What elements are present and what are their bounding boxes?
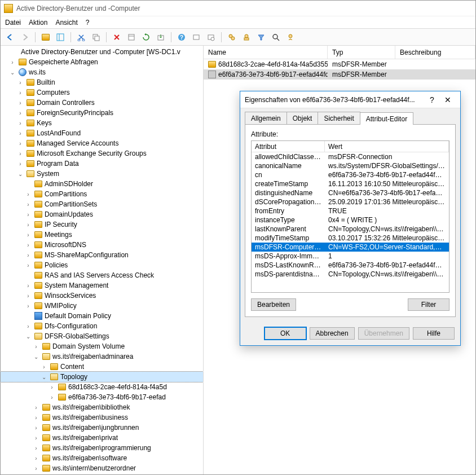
tree-ipsec[interactable]: ›IP Security: [1, 219, 203, 230]
tree-computers[interactable]: ›Computers: [1, 87, 203, 98]
tree-fsp[interactable]: ›ForeignSecurityPrincipals: [1, 108, 203, 118]
attr-row[interactable]: instanceType0x4 = ( WRITE ): [252, 215, 449, 225]
tree-winsock[interactable]: ›WinsockServices: [1, 291, 203, 301]
attr-row[interactable]: msDS-LastKnownRDNe6f6a736-3e73-4bf6-9b17…: [252, 261, 449, 270]
tab-objekt[interactable]: Objekt: [287, 112, 319, 124]
tree-adminsd[interactable]: AdminSDHolder: [1, 179, 203, 189]
help-button[interactable]: ?: [175, 31, 188, 43]
bearbeiten-button[interactable]: Bearbeiten: [251, 298, 296, 311]
toolbar-button[interactable]: [190, 31, 202, 43]
attr-row[interactable]: dSCorePropagationD...25.09.2019 17:01:36…: [252, 197, 449, 206]
attr-body[interactable]: allowedChildClassesE...msDFSR-Connection…: [252, 152, 449, 292]
attr-row[interactable]: msDFSR-ComputerR...CN=WS-FS2,OU=Server-S…: [252, 243, 449, 252]
tree-share-benutzerordner[interactable]: ›ws.its\intern\benutzerordner: [1, 463, 203, 473]
abbrechen-button[interactable]: Abbrechen: [310, 327, 355, 340]
attr-row[interactable]: modifyTimeStamp03.10.2017 15:32:26 Mitte…: [252, 234, 449, 243]
ok-button[interactable]: OK: [265, 327, 306, 340]
tree-domup[interactable]: ›DomainUpdates: [1, 209, 203, 219]
attribute-list[interactable]: Attribut Wert allowedChildClassesE...msD…: [251, 140, 449, 293]
tree-root[interactable]: Active Directory-Benutzer und -Computer …: [1, 47, 203, 57]
tree-guid1[interactable]: ›68d168c3-2cae-4efd-814a-f4a5d: [1, 382, 203, 392]
tree-comparts[interactable]: ›ComPartitions: [1, 189, 203, 199]
attr-row[interactable]: allowedChildClassesE...msDFSR-Connection: [252, 152, 449, 161]
hilfe-button[interactable]: Hilfe: [413, 327, 455, 340]
tree-builtin[interactable]: ›Builtin: [1, 77, 203, 87]
menu-datei[interactable]: Datei: [5, 19, 21, 27]
menu-help[interactable]: ?: [86, 19, 90, 27]
tree-compartsets[interactable]: ›ComPartitionSets: [1, 199, 203, 209]
tree-laf[interactable]: ›LostAndFound: [1, 128, 203, 138]
tree-share-jungbrunnen[interactable]: ›ws.its\freigaben\jungbrunnen: [1, 423, 203, 433]
attr-col-attribut[interactable]: Attribut: [252, 141, 325, 152]
refresh-button[interactable]: [140, 31, 152, 43]
tab-allgemein[interactable]: Allgemein: [245, 112, 287, 124]
tree-saved-queries[interactable]: ›Gespeicherte Abfragen: [1, 57, 203, 67]
attr-row[interactable]: lastKnownParentCN=Topology,CN=ws.its\\fr…: [252, 225, 449, 234]
attr-row[interactable]: createTimeStamp16.11.2013 16:10:50 Mitte…: [252, 179, 449, 188]
export-button[interactable]: [155, 31, 167, 43]
nav-forward-button[interactable]: [19, 31, 31, 43]
tree-mesg[interactable]: ›Microsoft Exchange Security Groups: [1, 148, 203, 159]
cut-button[interactable]: [75, 31, 87, 43]
show-tree-button[interactable]: [54, 31, 67, 43]
toolbar-button[interactable]: [205, 31, 217, 43]
tree-share-programmierung[interactable]: ›ws.its\freigaben\programmierung: [1, 443, 203, 453]
tree-dsv[interactable]: ›Domain System Volume: [1, 341, 203, 351]
tree-ras[interactable]: RAS and IAS Servers Access Check: [1, 270, 203, 280]
tree-policies[interactable]: ›Policies: [1, 260, 203, 270]
tree-share-privat[interactable]: ›ws.its\freigaben\privat: [1, 433, 203, 443]
tree-msa[interactable]: ›Managed Service Accounts: [1, 138, 203, 148]
tree-dfsc[interactable]: ›Dfs-Configuration: [1, 321, 203, 331]
add-to-group-button[interactable]: [240, 31, 253, 43]
tree-sysmgmt[interactable]: ›System Management: [1, 280, 203, 291]
menu-aktion[interactable]: Aktion: [29, 19, 47, 27]
tree-domain[interactable]: ⌄ws.its: [1, 67, 203, 77]
tree-share-bibliothek[interactable]: ›ws.its\freigaben\bibliothek: [1, 402, 203, 412]
tree-ddp[interactable]: Default Domain Policy: [1, 311, 203, 321]
attr-row[interactable]: canonicalNamews.its/System/DFSR-GlobalSe…: [252, 161, 449, 170]
tree-wmi[interactable]: ›WMIPolicy: [1, 301, 203, 311]
tree-keys[interactable]: ›Keys: [1, 118, 203, 128]
uebernehmen-button[interactable]: Übernehmen: [358, 327, 409, 340]
col-beschreibung[interactable]: Beschreibung: [395, 46, 475, 59]
list-row[interactable]: e6f6a736-3e73-4bf6-9b17-eefad44fde2emsDF…: [204, 69, 475, 80]
properties-button[interactable]: [125, 31, 138, 43]
tree-share-business[interactable]: ›ws.its\freigaben\business: [1, 412, 203, 423]
tree-system[interactable]: ⌄System: [1, 169, 203, 179]
col-typ[interactable]: Typ: [328, 46, 395, 59]
attr-row[interactable]: fromEntryTRUE: [252, 206, 449, 215]
filter-button[interactable]: [255, 31, 267, 43]
tree-progdata[interactable]: ›Program Data: [1, 159, 203, 169]
filter-button[interactable]: Filter: [408, 298, 449, 311]
attr-col-wert[interactable]: Wert: [325, 141, 449, 152]
tree-pane[interactable]: Active Directory-Benutzer und -Computer …: [1, 46, 204, 474]
tree-share-software[interactable]: ›ws.its\freigaben\software: [1, 453, 203, 463]
attr-row[interactable]: cne6f6a736-3e73-4bf6-9b17-eefad44fde2e: [252, 170, 449, 179]
toolbar-button[interactable]: [284, 31, 297, 43]
tab-attribut-editor[interactable]: Attribut-Editor: [360, 112, 413, 125]
attr-row[interactable]: msDS-Approx-Immed-...1: [252, 252, 449, 261]
find-button[interactable]: [270, 31, 282, 43]
copy-button[interactable]: [90, 31, 102, 43]
tree-mssmc[interactable]: ›MS-ShareMapConfiguration: [1, 250, 203, 260]
tree-dcs[interactable]: ›Domain Controllers: [1, 98, 203, 108]
menu-ansicht[interactable]: Ansicht: [55, 19, 77, 27]
find-users-button[interactable]: [226, 31, 238, 43]
up-level-button[interactable]: [39, 31, 52, 43]
dialog-help-button[interactable]: ?: [424, 94, 440, 105]
tree-msdns[interactable]: ›MicrosoftDNS: [1, 240, 203, 250]
list-row[interactable]: 68d168c3-2cae-4efd-814a-f4a5d355cb35msDF…: [204, 59, 475, 69]
tree-guid2[interactable]: ›e6f6a736-3e73-4bf6-9b17-eefad: [1, 392, 203, 402]
tab-sicherheit[interactable]: Sicherheit: [318, 112, 360, 124]
attr-row[interactable]: msDS-parentdistnameCN=Topology,CN=ws.its…: [252, 270, 449, 279]
col-name[interactable]: Name: [204, 46, 328, 59]
tree-content[interactable]: ›Content: [1, 362, 203, 372]
attr-row[interactable]: distinguishedNameCN=e6f6a736-3e73-4bf6-9…: [252, 188, 449, 197]
tree-share-adminarea[interactable]: ⌄ws.its\freigaben\adminarea: [1, 351, 203, 362]
dialog-close-button[interactable]: ✕: [440, 94, 456, 105]
delete-button[interactable]: [111, 31, 123, 43]
tree-topology[interactable]: ⌄Topology: [1, 372, 203, 382]
tree-dfsrgs[interactable]: ⌄DFSR-GlobalSettings: [1, 331, 203, 341]
tree-meetings[interactable]: ›Meetings: [1, 230, 203, 240]
nav-back-button[interactable]: [4, 31, 16, 43]
